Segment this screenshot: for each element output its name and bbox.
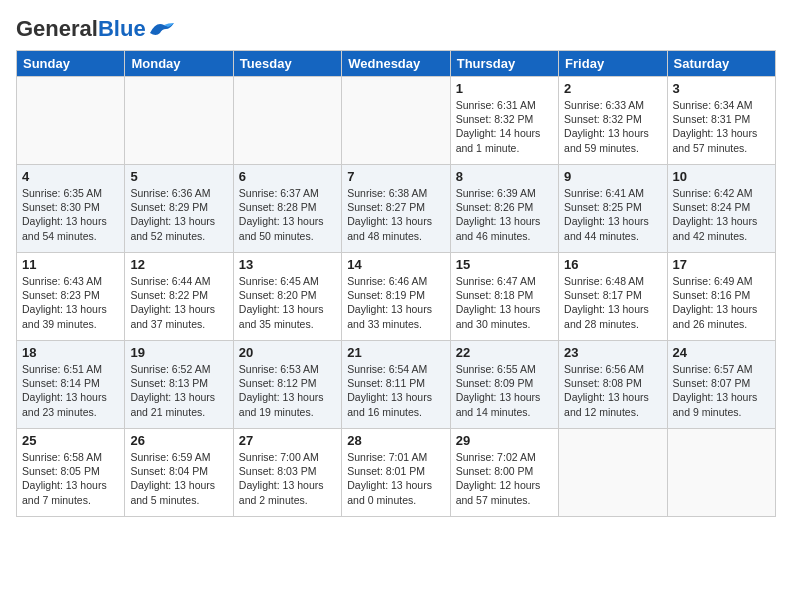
calendar-cell: 13Sunrise: 6:45 AM Sunset: 8:20 PM Dayli…: [233, 253, 341, 341]
day-number: 24: [673, 345, 770, 360]
calendar-cell: 24Sunrise: 6:57 AM Sunset: 8:07 PM Dayli…: [667, 341, 775, 429]
calendar-cell: 5Sunrise: 6:36 AM Sunset: 8:29 PM Daylig…: [125, 165, 233, 253]
day-info: Sunrise: 6:49 AM Sunset: 8:16 PM Dayligh…: [673, 274, 770, 331]
day-info: Sunrise: 6:45 AM Sunset: 8:20 PM Dayligh…: [239, 274, 336, 331]
calendar-cell: [559, 429, 667, 517]
day-number: 25: [22, 433, 119, 448]
day-info: Sunrise: 6:38 AM Sunset: 8:27 PM Dayligh…: [347, 186, 444, 243]
day-number: 6: [239, 169, 336, 184]
day-info: Sunrise: 6:36 AM Sunset: 8:29 PM Dayligh…: [130, 186, 227, 243]
day-number: 4: [22, 169, 119, 184]
calendar-table: SundayMondayTuesdayWednesdayThursdayFrid…: [16, 50, 776, 517]
day-info: Sunrise: 7:01 AM Sunset: 8:01 PM Dayligh…: [347, 450, 444, 507]
week-row-1: 1Sunrise: 6:31 AM Sunset: 8:32 PM Daylig…: [17, 77, 776, 165]
day-number: 3: [673, 81, 770, 96]
weekday-header-row: SundayMondayTuesdayWednesdayThursdayFrid…: [17, 51, 776, 77]
day-number: 1: [456, 81, 553, 96]
day-info: Sunrise: 6:35 AM Sunset: 8:30 PM Dayligh…: [22, 186, 119, 243]
day-info: Sunrise: 6:57 AM Sunset: 8:07 PM Dayligh…: [673, 362, 770, 419]
calendar-cell: [233, 77, 341, 165]
day-number: 9: [564, 169, 661, 184]
day-info: Sunrise: 6:41 AM Sunset: 8:25 PM Dayligh…: [564, 186, 661, 243]
calendar-cell: 29Sunrise: 7:02 AM Sunset: 8:00 PM Dayli…: [450, 429, 558, 517]
day-number: 23: [564, 345, 661, 360]
day-info: Sunrise: 6:46 AM Sunset: 8:19 PM Dayligh…: [347, 274, 444, 331]
weekday-header-tuesday: Tuesday: [233, 51, 341, 77]
day-info: Sunrise: 6:42 AM Sunset: 8:24 PM Dayligh…: [673, 186, 770, 243]
calendar-cell: 19Sunrise: 6:52 AM Sunset: 8:13 PM Dayli…: [125, 341, 233, 429]
weekday-header-friday: Friday: [559, 51, 667, 77]
day-number: 21: [347, 345, 444, 360]
week-row-5: 25Sunrise: 6:58 AM Sunset: 8:05 PM Dayli…: [17, 429, 776, 517]
day-info: Sunrise: 6:55 AM Sunset: 8:09 PM Dayligh…: [456, 362, 553, 419]
calendar-cell: 21Sunrise: 6:54 AM Sunset: 8:11 PM Dayli…: [342, 341, 450, 429]
calendar-cell: [125, 77, 233, 165]
day-number: 16: [564, 257, 661, 272]
day-info: Sunrise: 6:47 AM Sunset: 8:18 PM Dayligh…: [456, 274, 553, 331]
calendar-cell: 25Sunrise: 6:58 AM Sunset: 8:05 PM Dayli…: [17, 429, 125, 517]
day-number: 28: [347, 433, 444, 448]
day-info: Sunrise: 6:54 AM Sunset: 8:11 PM Dayligh…: [347, 362, 444, 419]
logo-blue: Blue: [98, 16, 146, 41]
day-info: Sunrise: 6:43 AM Sunset: 8:23 PM Dayligh…: [22, 274, 119, 331]
calendar-cell: 12Sunrise: 6:44 AM Sunset: 8:22 PM Dayli…: [125, 253, 233, 341]
day-info: Sunrise: 6:59 AM Sunset: 8:04 PM Dayligh…: [130, 450, 227, 507]
day-number: 7: [347, 169, 444, 184]
day-info: Sunrise: 7:00 AM Sunset: 8:03 PM Dayligh…: [239, 450, 336, 507]
day-number: 22: [456, 345, 553, 360]
calendar-cell: [667, 429, 775, 517]
calendar-cell: 7Sunrise: 6:38 AM Sunset: 8:27 PM Daylig…: [342, 165, 450, 253]
day-number: 13: [239, 257, 336, 272]
calendar-cell: 16Sunrise: 6:48 AM Sunset: 8:17 PM Dayli…: [559, 253, 667, 341]
weekday-header-monday: Monday: [125, 51, 233, 77]
day-number: 5: [130, 169, 227, 184]
day-number: 11: [22, 257, 119, 272]
calendar-cell: 27Sunrise: 7:00 AM Sunset: 8:03 PM Dayli…: [233, 429, 341, 517]
day-info: Sunrise: 6:53 AM Sunset: 8:12 PM Dayligh…: [239, 362, 336, 419]
weekday-header-wednesday: Wednesday: [342, 51, 450, 77]
day-info: Sunrise: 6:48 AM Sunset: 8:17 PM Dayligh…: [564, 274, 661, 331]
calendar-cell: 1Sunrise: 6:31 AM Sunset: 8:32 PM Daylig…: [450, 77, 558, 165]
day-info: Sunrise: 6:56 AM Sunset: 8:08 PM Dayligh…: [564, 362, 661, 419]
day-number: 17: [673, 257, 770, 272]
calendar-cell: 15Sunrise: 6:47 AM Sunset: 8:18 PM Dayli…: [450, 253, 558, 341]
day-number: 26: [130, 433, 227, 448]
day-info: Sunrise: 6:58 AM Sunset: 8:05 PM Dayligh…: [22, 450, 119, 507]
day-number: 27: [239, 433, 336, 448]
page-header: GeneralBlue: [16, 16, 776, 42]
day-number: 10: [673, 169, 770, 184]
calendar-cell: 20Sunrise: 6:53 AM Sunset: 8:12 PM Dayli…: [233, 341, 341, 429]
day-number: 14: [347, 257, 444, 272]
calendar-cell: 10Sunrise: 6:42 AM Sunset: 8:24 PM Dayli…: [667, 165, 775, 253]
calendar-cell: 8Sunrise: 6:39 AM Sunset: 8:26 PM Daylig…: [450, 165, 558, 253]
logo-general: General: [16, 16, 98, 41]
day-number: 18: [22, 345, 119, 360]
day-number: 8: [456, 169, 553, 184]
day-info: Sunrise: 6:44 AM Sunset: 8:22 PM Dayligh…: [130, 274, 227, 331]
day-info: Sunrise: 6:31 AM Sunset: 8:32 PM Dayligh…: [456, 98, 553, 155]
day-info: Sunrise: 6:37 AM Sunset: 8:28 PM Dayligh…: [239, 186, 336, 243]
calendar-cell: 26Sunrise: 6:59 AM Sunset: 8:04 PM Dayli…: [125, 429, 233, 517]
day-info: Sunrise: 6:34 AM Sunset: 8:31 PM Dayligh…: [673, 98, 770, 155]
day-info: Sunrise: 6:51 AM Sunset: 8:14 PM Dayligh…: [22, 362, 119, 419]
calendar-cell: [17, 77, 125, 165]
day-number: 20: [239, 345, 336, 360]
week-row-2: 4Sunrise: 6:35 AM Sunset: 8:30 PM Daylig…: [17, 165, 776, 253]
calendar-cell: 4Sunrise: 6:35 AM Sunset: 8:30 PM Daylig…: [17, 165, 125, 253]
day-number: 29: [456, 433, 553, 448]
day-info: Sunrise: 6:52 AM Sunset: 8:13 PM Dayligh…: [130, 362, 227, 419]
calendar-cell: 17Sunrise: 6:49 AM Sunset: 8:16 PM Dayli…: [667, 253, 775, 341]
day-info: Sunrise: 7:02 AM Sunset: 8:00 PM Dayligh…: [456, 450, 553, 507]
day-number: 15: [456, 257, 553, 272]
logo: GeneralBlue: [16, 16, 176, 42]
day-number: 2: [564, 81, 661, 96]
calendar-cell: 3Sunrise: 6:34 AM Sunset: 8:31 PM Daylig…: [667, 77, 775, 165]
week-row-3: 11Sunrise: 6:43 AM Sunset: 8:23 PM Dayli…: [17, 253, 776, 341]
logo-bird-icon: [148, 19, 176, 39]
calendar-cell: [342, 77, 450, 165]
day-info: Sunrise: 6:33 AM Sunset: 8:32 PM Dayligh…: [564, 98, 661, 155]
calendar-cell: 23Sunrise: 6:56 AM Sunset: 8:08 PM Dayli…: [559, 341, 667, 429]
weekday-header-saturday: Saturday: [667, 51, 775, 77]
calendar-cell: 18Sunrise: 6:51 AM Sunset: 8:14 PM Dayli…: [17, 341, 125, 429]
day-number: 19: [130, 345, 227, 360]
